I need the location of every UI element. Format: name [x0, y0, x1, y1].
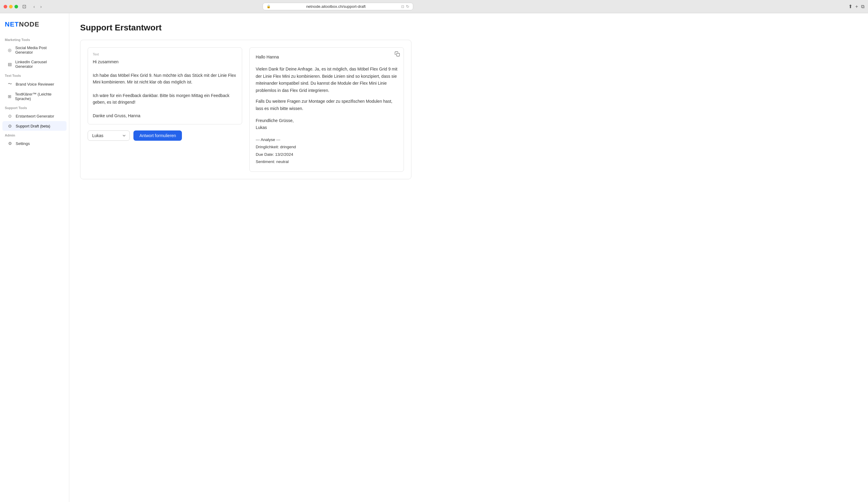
response-greeting: Hallo Hanna [256, 54, 397, 61]
main-content: Support Erstantwort Text Hi zusammen Ich… [69, 13, 868, 502]
sidebar-item-brand-voice[interactable]: 〜 Brand Voice Reviewer [2, 79, 66, 89]
sidebar-item-linkedin-label: LinkedIn Carousel Generator [16, 60, 62, 69]
section-label-admin: Admin [0, 131, 69, 138]
sidebar-item-erstantwort-label: Erstantwort Generator [16, 114, 54, 119]
text-label: Text [93, 52, 237, 56]
response-closing: Freundliche Grüsse, [256, 117, 397, 124]
sidebar-toggle-button[interactable]: ⊡ [22, 3, 26, 9]
close-button[interactable] [3, 5, 7, 8]
browser-actions: ⬆ + ⧉ [848, 3, 865, 9]
section-label-marketing: Marketing Tools [0, 35, 69, 43]
submit-button[interactable]: Antwort formulieren [133, 131, 182, 141]
logo-net: NET [5, 20, 19, 28]
controls: Lukas Anna Thomas Antwort formulieren [87, 131, 242, 141]
sidebar-item-textklarer-label: TextKlärer™ (Leichte Sprache) [15, 92, 62, 101]
sidebar-item-social-media-label: Social Media Post Generator [16, 45, 62, 54]
logo-node: NODE [19, 20, 40, 28]
input-text-content: Hi zusammen Ich habe das Möbel Flex Grid… [93, 59, 237, 119]
browser-chrome: ⊡ ‹ › 🔒 netnode.aitoolbox.ch/support-dra… [0, 0, 868, 13]
back-button[interactable]: ‹ [32, 3, 37, 10]
maximize-button[interactable] [14, 5, 18, 8]
sidebar-item-social-media[interactable]: ◎ Social Media Post Generator [2, 43, 66, 57]
two-column-layout: Text Hi zusammen Ich habe das Möbel Flex… [87, 47, 404, 172]
settings-icon: ⚙ [7, 141, 13, 146]
sidebar-item-support-draft-label: Support Draft (beta) [16, 124, 50, 129]
textklarer-icon: ⊞ [7, 94, 12, 99]
url-text: netnode.aitoolbox.ch/support-draft [272, 4, 399, 9]
analysis-block: --- Analyse --- Dringlichkeit: dringend … [256, 136, 397, 165]
text-input-panel: Text Hi zusammen Ich habe das Möbel Flex… [87, 47, 242, 124]
main-card: Text Hi zusammen Ich habe das Möbel Flex… [80, 40, 411, 179]
response-p2-text: Falls Du weitere Fragen zur Montage oder… [256, 98, 397, 112]
address-bar[interactable]: 🔒 netnode.aitoolbox.ch/support-draft ⊡ ↻ [262, 3, 413, 10]
sidebar-item-settings[interactable]: ⚙ Settings [2, 139, 66, 148]
tabs-button[interactable]: ⧉ [861, 3, 865, 9]
page-title: Support Erstantwort [80, 23, 857, 32]
section-label-support-tools: Support Tools [0, 104, 69, 111]
analysis-due-date: Due Date: 13/2/2024 [256, 151, 397, 158]
sidebar-item-brand-voice-label: Brand Voice Reviewer [16, 82, 54, 86]
sidebar-item-linkedin[interactable]: ▤ LinkedIn Carousel Generator [2, 57, 66, 71]
response-paragraph-1: Vielen Dank für Deine Anfrage. Ja, es is… [256, 66, 397, 112]
lock-icon: 🔒 [267, 4, 271, 8]
logo: NETNODE [0, 18, 69, 35]
copy-button[interactable] [394, 51, 400, 58]
reload-icon[interactable]: ↻ [406, 4, 409, 9]
traffic-lights [3, 5, 18, 8]
agent-dropdown[interactable]: Lukas Anna Thomas [87, 131, 130, 141]
app: NETNODE Marketing Tools ◎ Social Media P… [0, 13, 868, 502]
new-tab-button[interactable]: + [855, 3, 858, 9]
sidebar-item-erstantwort[interactable]: ⊙ Erstantwort Generator [2, 111, 66, 121]
response-signature: Freundliche Grüsse, Lukas [256, 117, 397, 132]
sidebar-item-settings-label: Settings [16, 141, 30, 146]
browser-navigation: ‹ › [32, 3, 43, 10]
erstantwort-icon: ⊙ [7, 114, 13, 119]
linkedin-icon: ▤ [7, 62, 12, 66]
left-panel: Text Hi zusammen Ich habe das Möbel Flex… [87, 47, 242, 172]
sidebar-item-textklarer[interactable]: ⊞ TextKlärer™ (Leichte Sprache) [2, 90, 66, 103]
analysis-sentiment: Sentiment: neutral [256, 158, 397, 165]
forward-button[interactable]: › [39, 3, 44, 10]
reader-icon: ⊡ [401, 4, 404, 9]
minimize-button[interactable] [9, 5, 13, 8]
support-draft-icon: ⊙ [7, 124, 13, 129]
response-name: Lukas [256, 124, 397, 131]
analysis-dringlichkeit: Dringlichkeit: dringend [256, 143, 397, 151]
response-panel: Hallo Hanna Vielen Dank für Deine Anfrag… [249, 47, 404, 172]
sidebar-item-support-draft[interactable]: ⊙ Support Draft (beta) [2, 121, 66, 131]
social-media-icon: ◎ [7, 48, 12, 52]
sidebar: NETNODE Marketing Tools ◎ Social Media P… [0, 13, 69, 502]
response-p1-text: Vielen Dank für Deine Anfrage. Ja, es is… [256, 66, 397, 94]
share-button[interactable]: ⬆ [848, 3, 852, 9]
brand-voice-icon: 〜 [7, 81, 13, 87]
analysis-header: --- Analyse --- [256, 136, 397, 143]
svg-rect-0 [397, 53, 400, 57]
section-label-text-tools: Text Tools [0, 71, 69, 79]
